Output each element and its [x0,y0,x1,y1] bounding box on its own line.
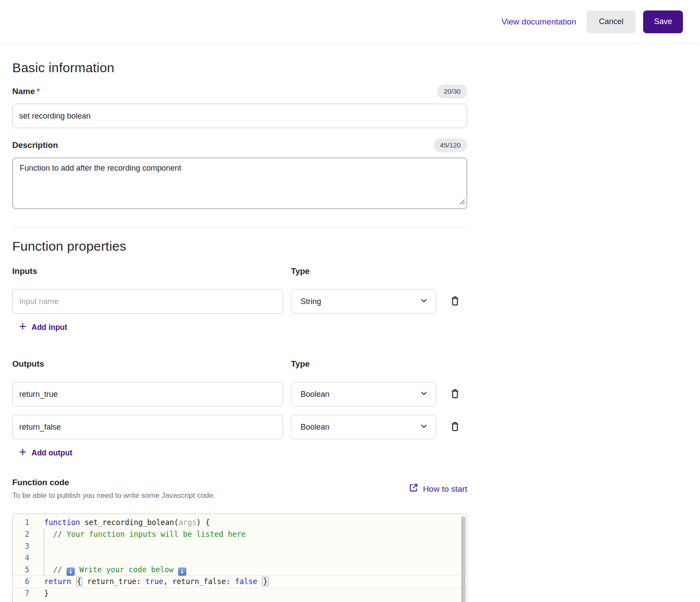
plus-icon [18,322,27,332]
name-label: Name* [12,87,40,96]
description-textarea[interactable]: Function to add after the recording comp… [12,158,467,209]
outputs-labels-row: Outputs Type [12,359,467,369]
inputs-type-label: Type [291,266,310,276]
top-bar: View documentation Cancel Save [0,0,700,44]
inputs-labels-row: Inputs Type [12,266,467,276]
section-divider [12,227,467,227]
description-counter-badge: 45/120 [434,138,467,152]
output-type-select[interactable]: Boolean [291,415,436,439]
trash-icon [449,421,461,434]
description-label: Description [12,140,58,150]
input-type-value: String [301,297,419,306]
description-field-head: Description 45/120 [12,138,467,152]
trash-icon [449,388,461,401]
output-type-value: Boolean [301,423,419,432]
line-number: 7 [13,588,33,599]
chevron-down-icon [419,296,429,307]
delete-input-button[interactable] [449,295,461,308]
cancel-button[interactable]: Cancel [587,10,636,33]
chevron-down-icon [419,421,429,433]
function-editor-form: Basic information Name* 20/30 Descriptio… [0,44,480,602]
code-line[interactable]: 5 // ↓ Write your code below ↓ [13,564,467,576]
basic-info-section: Basic information Name* 20/30 Descriptio… [12,60,480,209]
function-properties-section: Function properties Inputs Type String [12,238,480,602]
view-documentation-link[interactable]: View documentation [501,17,576,27]
outputs-type-label: Type [291,359,310,369]
line-number: 3 [13,540,33,552]
chevron-down-icon [419,388,429,400]
add-input-button[interactable]: Add input [12,322,67,332]
delete-output-button[interactable] [449,388,461,400]
inputs-label: Inputs [12,266,291,276]
code-line[interactable]: 7} [13,588,467,599]
output-type-value: Boolean [301,390,419,399]
plus-icon [18,448,27,458]
line-number: 2 [13,528,33,540]
code-line[interactable]: 6return { return_true: true, return_fals… [13,576,467,588]
name-input[interactable] [12,104,467,128]
editor-scrollbar[interactable] [461,516,466,602]
basic-info-title: Basic information [12,60,480,76]
code-line[interactable]: 4 [13,552,467,564]
code-line[interactable]: 1function set_recording_bolean(args) { [13,517,467,528]
function-code-head: Function code To be able to publish you … [12,478,467,500]
function-code-subtitle: To be able to publish you need to write … [12,491,215,500]
outputs-block: Outputs Type Boolean [12,359,480,458]
outputs-label: Outputs [12,359,291,369]
name-field-head: Name* 20/30 [12,84,467,98]
line-number: 1 [13,517,33,528]
output-row: Boolean [12,415,492,439]
delete-output-button[interactable] [449,421,461,433]
name-counter-badge: 20/30 [437,84,467,98]
code-lines: 1function set_recording_bolean(args) {2 … [13,517,467,599]
save-button[interactable]: Save [643,10,683,33]
code-editor[interactable]: 1function set_recording_bolean(args) {2 … [12,514,467,602]
trash-icon [449,295,461,308]
code-line[interactable]: 2 // Your function inputs will be listed… [13,528,467,540]
external-link-icon [409,483,418,495]
line-number: 6 [13,576,33,588]
code-line[interactable]: 3 [13,540,467,552]
function-code-label: Function code [12,478,215,487]
output-name-field[interactable] [12,415,283,439]
line-number: 4 [13,552,33,564]
input-name-field[interactable] [12,289,283,314]
output-name-field[interactable] [12,382,283,406]
output-row: Boolean [12,382,492,406]
required-asterisk: * [37,87,40,96]
input-row: String [12,289,492,314]
input-type-select[interactable]: String [291,289,436,314]
output-type-select[interactable]: Boolean [291,382,436,406]
how-to-start-link[interactable]: How to start [409,483,467,495]
line-number: 5 [13,564,33,576]
add-output-button[interactable]: Add output [12,448,72,458]
function-properties-title: Function properties [12,238,480,254]
